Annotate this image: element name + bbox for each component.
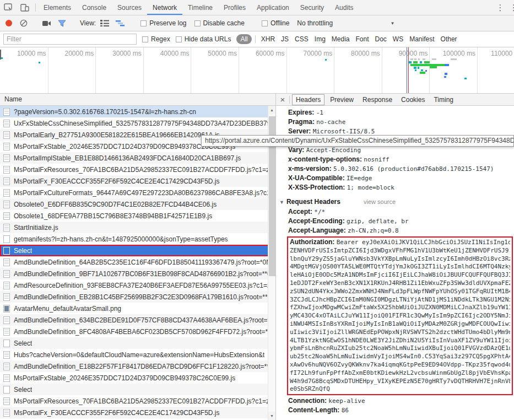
request-name: AvatarMenu_defaultAvatarSmall.png [14,305,121,313]
request-row[interactable]: MsPortalFxResources_70FA1BC6BA21D5A29852… [0,164,275,175]
request-row[interactable]: getmanifests?l=zh-hans.zh-cn&t=148792500… [0,233,275,245]
request-row[interactable]: AvatarMenu_defaultAvatarSmall.png [0,303,275,314]
overview-request-bar [414,67,416,69]
request-row[interactable]: Hubs?cacheVersion=0&defaultCloudName=azu… [0,349,275,360]
request-row[interactable]: UxFxStableCssChineseSimplified_532575783… [0,117,275,129]
view-source-link[interactable]: view source [364,198,396,205]
filter-type-font[interactable]: Font [356,35,369,43]
filter-type-ws[interactable]: WS [393,35,403,43]
device-toolbar-icon[interactable] [17,0,33,15]
request-row[interactable]: Select [0,337,275,349]
tab-console[interactable]: Console [77,0,112,15]
request-row[interactable]: Select [0,245,275,256]
tab-audits[interactable]: Audits [329,0,359,15]
document-file-icon [3,409,10,417]
filter-type-doc[interactable]: Doc [375,35,387,43]
hide-data-urls-checkbox[interactable]: Hide data URLs [176,35,231,43]
overview-event-marker [407,47,407,93]
preserve-log-checkbox[interactable]: Preserve log [140,19,186,27]
tab-elements[interactable]: Elements [38,0,77,15]
offline-checkbox[interactable]: Offline [262,19,289,27]
collapse-triangle-icon[interactable]: ▼ [279,200,284,205]
authorization-token-line: zSUN2dUN4YkxJWWo2ZmxWNHJ4NmFLd3pFLWpfNWF… [290,288,510,296]
screenshot-camera-icon[interactable] [42,20,51,26]
name-column-header[interactable]: Name [0,94,275,106]
filter-type-manifest[interactable]: Manifest [409,35,434,43]
checkbox-box[interactable] [176,36,182,42]
disable-cache-checkbox[interactable]: Disable cache [194,19,245,27]
request-row[interactable]: Obsolete1_68DFE9A77BB15C796B8E3748B94BB1… [0,210,275,222]
request-row[interactable]: MsPortalFxCultureFormats_96447A69C497E29… [0,187,275,198]
request-row[interactable]: AmdBundleDefinition_9BF71A102677BC0B6F31… [0,268,275,279]
filter-type-media[interactable]: Media [332,35,350,43]
record-icon[interactable] [6,20,12,26]
request-row[interactable]: Select [0,384,275,395]
requests-scrollbar[interactable]: ▲ ▼ [268,106,275,420]
request-headers-section[interactable]: ▼Request Headersview source [276,196,514,207]
header-value: Bearer eyJ0eXAiOiJKV1QiLCJhbGciOiJSUzI1N… [337,239,510,246]
request-name: getmanifests?l=zh-hans.zh-cn&t=148792500… [14,235,228,243]
document-file-icon [3,397,10,405]
request-row[interactable]: AmdBundleDefinition_8FC4808AF4BEBA6CF023… [0,326,275,337]
close-devtools-icon[interactable]: ⋮ [507,0,514,15]
header-value: Accept-Encoding [306,147,361,154]
request-row[interactable]: MsPortalImplStable_EB1E88D1466136AB2493F… [0,152,275,164]
request-row[interactable]: Obsolete0_E6DFF6B835C9C90D7F4C1E02B82E7F… [0,198,275,210]
request-row[interactable]: AmdBundleDefinition_634BC2BEDE91D0F757CF… [0,314,275,326]
document-file-icon [3,189,10,197]
checkbox-box[interactable] [142,36,148,42]
overview-request-bar [464,78,467,79]
header-name: Expires: [288,109,316,116]
scroll-down-arrow-icon[interactable]: ▼ [268,412,275,420]
details-tab-preview[interactable]: Preview [327,95,357,105]
details-tab-timing[interactable]: Timing [430,95,457,105]
details-tab-cookies[interactable]: Cookies [398,95,428,105]
checkbox-box[interactable] [140,20,147,26]
checkbox-box[interactable] [262,20,268,26]
request-name: MsPortalFx_F30EACCCF355F2F6F592C4CE2E4C1… [14,409,220,417]
filter-type-js[interactable]: JS [281,35,289,43]
header-value: -1 [316,109,323,116]
filter-type-img[interactable]: Img [315,35,326,43]
details-tab-response[interactable]: Response [359,95,396,105]
clear-icon[interactable] [20,19,28,27]
scroll-up-arrow-icon[interactable]: ▲ [268,106,275,114]
request-row[interactable]: AmdResourceDefinition_93F8EB8CFA37E240B6… [0,279,275,291]
request-row[interactable]: AmdBundleDefinition_EB28B1C45BF25699BB2F… [0,291,275,303]
network-overview-timeline[interactable]: 10000 ms20000 ms30000 ms40000 ms50000 ms… [0,47,514,94]
filter-funnel-icon[interactable] [58,20,66,27]
inspect-element-icon[interactable] [0,0,17,15]
request-row[interactable]: StartInitialize.js [0,222,275,233]
request-row[interactable]: MsPortalFxStable_20246E357DDC71D24D379D0… [0,372,275,384]
tab-sources[interactable]: Sources [112,0,147,15]
document-file-icon [3,270,10,278]
tab-timeline[interactable]: Timeline [182,0,218,15]
request-row[interactable]: MsPortalFx_F30EACCCF355F2F6F592C4CE2E4C1… [0,407,275,418]
throttling-select[interactable]: No throttling ▼ [297,19,399,27]
close-details-icon[interactable]: × [277,94,288,105]
list-view-icon[interactable] [100,20,109,26]
tab-application[interactable]: Application [251,0,295,15]
header-name: Pragma: [288,118,316,126]
filter-type-xhr[interactable]: XHR [261,35,275,43]
tab-network[interactable]: Network [147,0,182,15]
request-row[interactable]: ?pageVersion=5.0.302.616768.170215-1547&… [0,106,275,117]
filter-type-other[interactable]: Other [441,35,457,43]
details-tab-headers[interactable]: Headers [292,94,324,105]
regex-checkbox[interactable]: Regex [142,35,170,43]
request-row[interactable]: AmdBundleDefinition_E18B22F57F1F8417D86E… [0,360,275,372]
filter-type-all[interactable]: All [236,34,251,44]
request-row[interactable]: MsPortalFxResources_70FA1BC6BA21D5A29852… [0,395,275,407]
waterfall-view-icon[interactable] [116,20,125,26]
divider [255,35,256,43]
request-row[interactable]: AmdBundleDefinition_64AB2B5C235E1C16F4F6… [0,256,275,268]
checkbox-box[interactable] [194,20,201,26]
document-file-icon [3,293,10,301]
more-options-icon[interactable]: ⋮ [493,0,507,15]
filter-type-css[interactable]: CSS [295,35,309,43]
filter-input[interactable] [3,34,137,45]
tab-profiles[interactable]: Profiles [218,0,251,15]
request-row[interactable]: MsPortalFx_F30EACCCF355F2F6F592C4CE2E4C1… [0,175,275,187]
tab-security[interactable]: Security [295,0,329,15]
authorization-token-line: xAwOv6huNQV6OZvyQKWknv7ka4iqmqKGtpPeE9ED… [290,361,510,369]
